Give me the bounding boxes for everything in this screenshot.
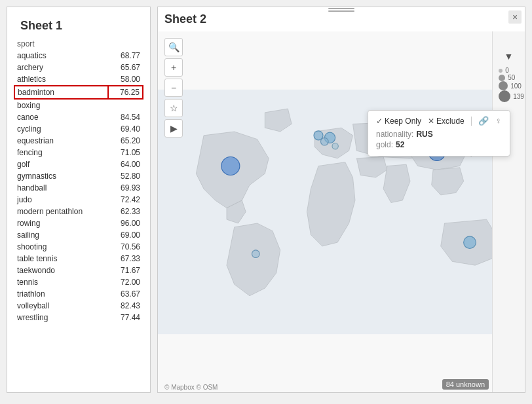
exclude-button[interactable]: ✕ Exclude: [428, 117, 465, 126]
table-row[interactable]: handball69.93: [14, 182, 143, 194]
value-cell: 69.00: [108, 229, 143, 241]
sport-cell: boxing: [14, 99, 108, 111]
link-icon[interactable]: 🔗: [478, 116, 489, 126]
play-button[interactable]: ▶: [164, 119, 183, 138]
legend-label: 50: [508, 74, 515, 81]
value-cell: 71.05: [108, 147, 143, 158]
legend-circle: [499, 75, 505, 81]
value-cell: 65.20: [108, 135, 143, 147]
sport-cell: wrestling: [14, 312, 108, 323]
table-row[interactable]: volleyball82.43: [14, 300, 143, 312]
play-icon: ▶: [170, 123, 178, 134]
zoom-out-button[interactable]: −: [164, 79, 183, 97]
sport-cell: table tennis: [14, 253, 108, 265]
legend-label: 100: [510, 83, 522, 90]
drag-handle[interactable]: [328, 7, 354, 12]
table-row[interactable]: tennis72.00: [14, 276, 143, 288]
zoom-in-button[interactable]: +: [164, 58, 183, 77]
value-cell: 65.67: [108, 62, 143, 73]
sport-cell: triathlon: [14, 288, 108, 300]
world-map-svg: [158, 31, 525, 392]
cross-icon: ✕: [428, 117, 434, 126]
legend-item: 139: [493, 90, 524, 102]
sport-cell: rowing: [14, 217, 108, 229]
table-row[interactable]: table tennis67.33: [14, 253, 143, 265]
legend-circle: [499, 69, 503, 73]
value-cell: 71.67: [108, 265, 143, 276]
value-cell: 72.42: [108, 194, 143, 206]
legend-items: 050100139: [493, 67, 524, 102]
keep-only-label: Keep Only: [385, 117, 421, 126]
table-row[interactable]: triathlon63.67: [14, 288, 143, 300]
map-toolbar: 🔍 + − ☆ ▶: [164, 38, 183, 138]
check-icon: ✓: [376, 117, 383, 126]
map-container: 🔍 + − ☆ ▶: [158, 31, 525, 392]
legend-circle: [499, 90, 510, 102]
legend-panel: ▼ 050100139: [492, 31, 525, 392]
sport-cell: equestrian: [14, 135, 108, 147]
value-cell: 70.56: [108, 241, 143, 253]
zoom-out-icon: −: [171, 83, 176, 93]
table-row[interactable]: rowing96.00: [14, 217, 143, 229]
table-row[interactable]: sailing69.00: [14, 229, 143, 241]
table-row[interactable]: canoe84.54: [14, 111, 143, 123]
value-cell: 58.00: [108, 73, 143, 86]
search-button[interactable]: 🔍: [164, 38, 183, 56]
table-row[interactable]: aquatics68.77: [14, 50, 143, 62]
table-row[interactable]: modern pentathlon62.33: [14, 206, 143, 217]
exclude-label: Exclude: [436, 117, 465, 126]
table-row[interactable]: taekwondo71.67: [14, 265, 143, 276]
value-cell: 72.00: [108, 276, 143, 288]
value-cell: 69.40: [108, 123, 143, 135]
zoom-in-icon: +: [171, 62, 176, 73]
sport-cell: modern pentathlon: [14, 206, 108, 217]
sport-cell: gymnastics: [14, 170, 108, 182]
nationality-label: nationality:: [376, 130, 413, 139]
gold-label: gold:: [376, 140, 393, 149]
value-cell: 96.00: [108, 217, 143, 229]
table-row[interactable]: gymnastics52.80: [14, 170, 143, 182]
keep-only-button[interactable]: ✓ Keep Only: [376, 117, 421, 126]
table-row[interactable]: judo72.42: [14, 194, 143, 206]
table-row[interactable]: archery65.67: [14, 62, 143, 73]
value-cell: 82.43: [108, 300, 143, 312]
table-row[interactable]: wrestling77.44: [14, 312, 143, 323]
sport-cell: golf: [14, 158, 108, 170]
table-row[interactable]: boxing: [14, 99, 143, 111]
filter-icon[interactable]: ▼: [504, 51, 514, 62]
sheet2-close-button[interactable]: ×: [508, 10, 522, 24]
table-row[interactable]: equestrian65.20: [14, 135, 143, 147]
gold-value: 52: [396, 140, 404, 149]
table-row[interactable]: fencing71.05: [14, 147, 143, 158]
sport-cell: aquatics: [14, 50, 108, 62]
legend-label: 0: [505, 67, 509, 74]
table-row[interactable]: cycling69.40: [14, 123, 143, 135]
sport-cell: sailing: [14, 229, 108, 241]
sport-cell: handball: [14, 182, 108, 194]
info-icon[interactable]: ♀: [495, 116, 502, 126]
sheet1: Sheet 1 sport aquatics68.77archery65.67a…: [7, 7, 151, 393]
sport-cell: shooting: [14, 241, 108, 253]
star-button[interactable]: ☆: [164, 99, 183, 117]
drag-line-1: [328, 8, 354, 9]
legend-label: 139: [513, 93, 524, 100]
sheet1-title: Sheet 1: [14, 14, 143, 38]
value-cell: 52.80: [108, 170, 143, 182]
sport-cell: judo: [14, 194, 108, 206]
sheet2: × Sheet 2 🔍 + − ☆ ▶: [157, 7, 525, 393]
table-row[interactable]: badminton76.25: [14, 86, 143, 99]
gold-row: gold:52: [376, 140, 502, 149]
value-cell: 84.54: [108, 111, 143, 123]
table-row[interactable]: golf64.00: [14, 158, 143, 170]
table-row[interactable]: shooting70.56: [14, 241, 143, 253]
table-row[interactable]: athletics58.00: [14, 73, 143, 86]
sport-cell: fencing: [14, 147, 108, 158]
svg-point-9: [252, 250, 260, 258]
star-icon: ☆: [170, 103, 178, 113]
unknown-badge: 84 unknown: [442, 379, 489, 390]
nationality-row: nationality:RUS: [376, 130, 502, 139]
svg-point-1: [221, 157, 240, 175]
col-header-sport: sport: [14, 38, 108, 50]
sport-cell: canoe: [14, 111, 108, 123]
svg-point-11: [332, 143, 338, 149]
